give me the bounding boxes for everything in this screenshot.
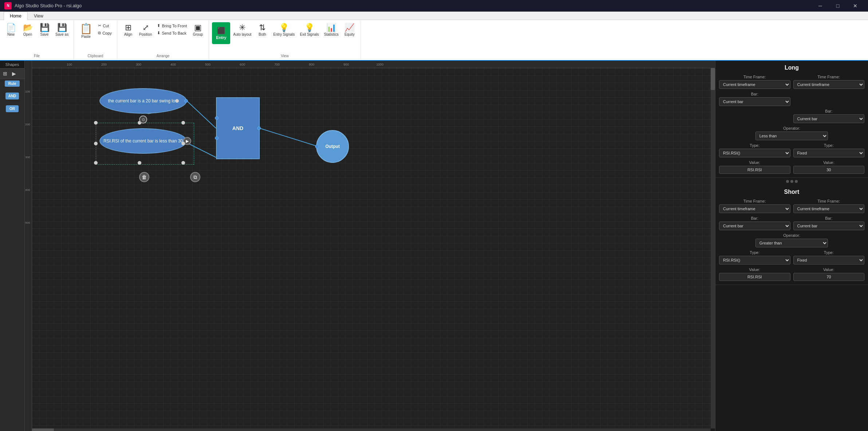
send-back-button[interactable]: ⬇ Send To Back bbox=[155, 30, 189, 36]
short-value-input-2[interactable] bbox=[793, 273, 865, 281]
tab-home[interactable]: Home bbox=[4, 12, 28, 20]
and-shape[interactable]: AND bbox=[5, 93, 19, 99]
save-button[interactable]: 💾 Save bbox=[36, 22, 52, 38]
group-button[interactable]: ▣ Group bbox=[190, 22, 206, 38]
copy-icon: ⧉ bbox=[98, 31, 101, 35]
short-form: Time Frame: Current timeframe Time Frame… bbox=[719, 199, 864, 281]
or-shape[interactable]: OR bbox=[6, 105, 19, 112]
and-node[interactable]: AND bbox=[216, 97, 260, 159]
short-operator-select[interactable]: Greater than bbox=[755, 239, 828, 247]
front-back-col: ⬆ Bring To Front ⬇ Send To Back bbox=[155, 22, 189, 36]
ruler-vtick-0: 100 bbox=[25, 90, 30, 93]
and-left-bot-connector[interactable] bbox=[215, 136, 219, 140]
sel-pt-ml[interactable] bbox=[94, 142, 98, 145]
short-bar-select-1[interactable]: Current bar bbox=[719, 222, 790, 230]
long-value-input-1[interactable] bbox=[719, 166, 790, 174]
ruler-tick-0: 100 bbox=[67, 63, 72, 66]
cut-button[interactable]: ✂ Cut bbox=[96, 22, 114, 29]
swing-low-node[interactable]: the current bar is a 20 bar swing low bbox=[99, 88, 187, 114]
sel-pt-bl[interactable] bbox=[94, 161, 98, 165]
sel-pt-br[interactable] bbox=[181, 161, 185, 165]
file-group-label: File bbox=[3, 53, 71, 58]
long-bar-select-1[interactable]: Current bar bbox=[719, 97, 790, 106]
group-icon: ▣ bbox=[194, 24, 202, 32]
output-node[interactable]: Output bbox=[316, 130, 349, 163]
duplicate-action[interactable]: ⧉ bbox=[190, 172, 200, 182]
short-type-right: Type: Fixed bbox=[793, 250, 865, 265]
short-bar-select-2[interactable]: Current bar bbox=[793, 222, 865, 230]
and-right-connector[interactable] bbox=[257, 126, 261, 130]
tab-view[interactable]: View bbox=[28, 12, 50, 20]
delete-action[interactable]: 🗑 bbox=[139, 172, 149, 182]
long-tf-select-1[interactable]: Current timeframe bbox=[719, 80, 790, 89]
statistics-label: Statistics bbox=[324, 32, 339, 36]
entry-signals-button[interactable]: 💡 Entry Signals bbox=[271, 22, 297, 38]
short-type-select-2[interactable]: Fixed bbox=[793, 256, 865, 265]
ruler-vertical: 100 200 300 400 500 bbox=[25, 61, 32, 431]
canvas-grid[interactable]: the current bar is a 20 bar swing low RS… bbox=[32, 68, 711, 428]
and-left-top-connector[interactable] bbox=[215, 116, 219, 120]
equity-button[interactable]: 📈 Equity bbox=[342, 22, 358, 38]
long-type-select-2[interactable]: Fixed bbox=[793, 149, 865, 157]
long-bar-right: Bar: Current bar bbox=[793, 109, 865, 123]
short-type-label-1: Type: bbox=[719, 250, 790, 255]
paste-icon: 📋 bbox=[80, 24, 93, 34]
rsi-low-node[interactable]: RSI.RSI of the current bar is less than … bbox=[99, 128, 187, 154]
long-type-label-1: Type: bbox=[719, 143, 790, 148]
short-tf-select-1[interactable]: Current timeframe bbox=[719, 204, 790, 213]
long-value-input-2[interactable] bbox=[793, 166, 865, 174]
maximize-button[interactable]: □ bbox=[829, 0, 846, 12]
cut-copy-col: ✂ Cut ⧉ Copy bbox=[96, 22, 114, 36]
equity-icon: 📈 bbox=[345, 24, 354, 32]
bring-front-button[interactable]: ⬆ Bring To Front bbox=[155, 22, 189, 29]
entry-button[interactable]: ⬛ Entry bbox=[212, 22, 230, 44]
long-bar-label-2: Bar: bbox=[793, 109, 865, 113]
short-value-input-1[interactable] bbox=[719, 273, 790, 281]
shapes-arrow-btn[interactable]: ▶ bbox=[9, 69, 18, 78]
ribbon-group-arrange: ⊞ Align ⤢ Position ⬆ Bring To Front ⬇ Se… bbox=[117, 21, 209, 59]
connector-svg bbox=[32, 68, 711, 428]
output-left-connector[interactable] bbox=[315, 145, 319, 148]
short-value-label-1: Value: bbox=[719, 267, 790, 272]
long-tf-select-2[interactable]: Current timeframe bbox=[793, 80, 865, 89]
paste-button[interactable]: 📋 Paste bbox=[77, 22, 95, 40]
statistics-button[interactable]: 📊 Statistics bbox=[322, 22, 341, 38]
swing-low-handle[interactable]: ⊙ bbox=[139, 115, 147, 124]
long-type-select-1[interactable]: RSI.RSI() bbox=[719, 149, 790, 157]
long-section: Long Time Frame: Current timeframe Time … bbox=[715, 61, 868, 178]
sel-pt-bm[interactable] bbox=[138, 161, 141, 165]
new-button[interactable]: 📄 New bbox=[3, 22, 19, 38]
long-bar-select-2[interactable]: Current bar bbox=[793, 114, 865, 123]
rule-shape[interactable]: Rule bbox=[5, 81, 20, 87]
save-icon: 💾 bbox=[40, 24, 50, 32]
close-button[interactable]: ✕ bbox=[847, 0, 864, 12]
copy-button[interactable]: ⧉ Copy bbox=[96, 30, 114, 36]
canvas-area[interactable]: 100 200 300 400 500 600 700 800 900 1000… bbox=[25, 61, 715, 431]
open-button[interactable]: 📂 Open bbox=[20, 22, 36, 38]
minimize-button[interactable]: ─ bbox=[812, 0, 829, 12]
exit-signals-button[interactable]: 💡 Exit Signals bbox=[298, 22, 321, 38]
vertical-scrollbar[interactable] bbox=[711, 68, 715, 428]
ruler-tick-9: 1000 bbox=[376, 63, 384, 66]
position-button[interactable]: ⤢ Position bbox=[137, 22, 154, 38]
clipboard-buttons: 📋 Paste ✂ Cut ⧉ Copy bbox=[77, 22, 114, 53]
ribbon: Home View 📄 New 📂 Open 💾 Save 💾 bbox=[0, 12, 868, 61]
both-button[interactable]: ⇅ Both bbox=[254, 22, 270, 38]
long-operator-select[interactable]: Less than bbox=[755, 132, 828, 140]
short-type-select-1[interactable]: RSI.RSI() bbox=[719, 256, 790, 265]
horizontal-scrollbar[interactable] bbox=[32, 428, 711, 431]
swing-low-right-connector[interactable] bbox=[184, 99, 188, 103]
long-type-right: Type: Fixed bbox=[793, 143, 865, 157]
align-button[interactable]: ⊞ Align bbox=[120, 22, 136, 38]
sel-pt-mr[interactable] bbox=[181, 142, 185, 145]
sel-pt-tl[interactable] bbox=[94, 121, 98, 125]
ruler-tick-4: 500 bbox=[205, 63, 211, 66]
svg-line-2 bbox=[260, 128, 318, 146]
sel-pt-tr[interactable] bbox=[181, 121, 185, 125]
auto-layout-button[interactable]: ✳ Auto layout bbox=[231, 22, 254, 38]
shapes-grid-btn[interactable]: ⊞ bbox=[1, 69, 9, 78]
short-tf-select-2[interactable]: Current timeframe bbox=[793, 204, 865, 213]
swing-low-inner-connector[interactable] bbox=[175, 99, 179, 103]
save-as-button[interactable]: 💾 Save as bbox=[53, 22, 71, 38]
ribbon-group-file: 📄 New 📂 Open 💾 Save 💾 Save as File bbox=[0, 21, 74, 59]
